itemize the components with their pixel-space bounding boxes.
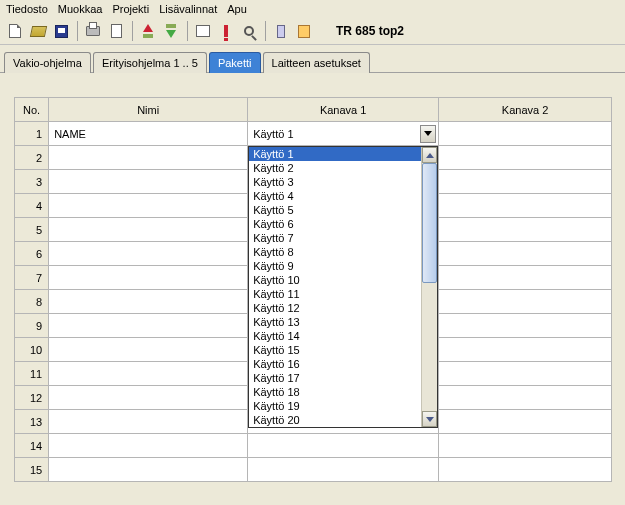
- cell-kanava2[interactable]: [439, 314, 612, 338]
- row-number[interactable]: 15: [15, 458, 49, 482]
- row-number[interactable]: 3: [15, 170, 49, 194]
- dropdown-option[interactable]: Käyttö 6: [249, 217, 421, 231]
- tab-laitteen[interactable]: Laitteen asetukset: [263, 52, 370, 73]
- cell-name[interactable]: [49, 146, 248, 170]
- dropdown-option[interactable]: Käyttö 14: [249, 329, 421, 343]
- dropdown-option[interactable]: Käyttö 4: [249, 189, 421, 203]
- row-number[interactable]: 11: [15, 362, 49, 386]
- dropdown-option[interactable]: Käyttö 18: [249, 385, 421, 399]
- tab-vakio[interactable]: Vakio-ohjelma: [4, 52, 91, 73]
- cell-name[interactable]: [49, 458, 248, 482]
- dropdown-option[interactable]: Käyttö 16: [249, 357, 421, 371]
- upload-button[interactable]: [137, 20, 159, 42]
- dropdown-option[interactable]: Käyttö 3: [249, 175, 421, 189]
- dropdown-option[interactable]: Käyttö 2: [249, 161, 421, 175]
- search-button[interactable]: [238, 20, 260, 42]
- cell-name[interactable]: [49, 290, 248, 314]
- save-button[interactable]: [50, 20, 72, 42]
- print-preview-button[interactable]: [105, 20, 127, 42]
- row-number[interactable]: 13: [15, 410, 49, 434]
- cell-kanava2[interactable]: [439, 458, 612, 482]
- tab-paketti[interactable]: Paketti: [209, 52, 261, 73]
- col-header-name[interactable]: Nimi: [49, 98, 248, 122]
- dropdown-option[interactable]: Käyttö 5: [249, 203, 421, 217]
- cell-kanava2[interactable]: [439, 242, 612, 266]
- cell-name[interactable]: NAME: [49, 122, 248, 146]
- cell-kanava2[interactable]: [439, 290, 612, 314]
- cell-kanava1[interactable]: [248, 434, 439, 458]
- row-number[interactable]: 2: [15, 146, 49, 170]
- cell-kanava2[interactable]: [439, 434, 612, 458]
- cell-kanava1[interactable]: Käyttö 1Käyttö 1Käyttö 2Käyttö 3Käyttö 4…: [248, 122, 439, 146]
- row-number[interactable]: 5: [15, 218, 49, 242]
- dropdown-option[interactable]: Käyttö 1: [249, 147, 421, 161]
- dropdown-option[interactable]: Käyttö 12: [249, 301, 421, 315]
- dropdown-option[interactable]: Käyttö 7: [249, 231, 421, 245]
- cell-kanava2[interactable]: [439, 170, 612, 194]
- cell-kanava2[interactable]: [439, 146, 612, 170]
- row-number[interactable]: 6: [15, 242, 49, 266]
- col-header-k2[interactable]: Kanava 2: [439, 98, 612, 122]
- cell-kanava2[interactable]: [439, 194, 612, 218]
- print-button[interactable]: [82, 20, 104, 42]
- menu-options[interactable]: Lisävalinnat: [159, 3, 217, 15]
- cell-kanava2[interactable]: [439, 386, 612, 410]
- menu-project[interactable]: Projekti: [112, 3, 149, 15]
- cell-name[interactable]: [49, 194, 248, 218]
- dropdown-option[interactable]: Käyttö 9: [249, 259, 421, 273]
- scroll-thumb[interactable]: [422, 163, 437, 283]
- scroll-track[interactable]: [422, 163, 437, 411]
- cell-kanava2[interactable]: [439, 266, 612, 290]
- cell-kanava2[interactable]: [439, 218, 612, 242]
- kanava1-dropdown[interactable]: Käyttö 1: [248, 122, 438, 145]
- cell-name[interactable]: [49, 386, 248, 410]
- menu-help[interactable]: Apu: [227, 3, 247, 15]
- dropdown-scrollbar[interactable]: [421, 147, 437, 427]
- cell-name[interactable]: [49, 266, 248, 290]
- row-number[interactable]: 1: [15, 122, 49, 146]
- new-button[interactable]: [4, 20, 26, 42]
- tool-b-button[interactable]: [293, 20, 315, 42]
- language-button[interactable]: [192, 20, 214, 42]
- open-button[interactable]: [27, 20, 49, 42]
- cell-name[interactable]: [49, 434, 248, 458]
- cell-name[interactable]: [49, 362, 248, 386]
- menu-file[interactable]: Tiedosto: [6, 3, 48, 15]
- dropdown-toggle-button[interactable]: [420, 125, 436, 143]
- col-header-no[interactable]: No.: [15, 98, 49, 122]
- row-number[interactable]: 10: [15, 338, 49, 362]
- dropdown-option[interactable]: Käyttö 15: [249, 343, 421, 357]
- cell-name[interactable]: [49, 338, 248, 362]
- dropdown-option[interactable]: Käyttö 10: [249, 273, 421, 287]
- cell-name[interactable]: [49, 242, 248, 266]
- row-number[interactable]: 14: [15, 434, 49, 458]
- dropdown-option[interactable]: Käyttö 13: [249, 315, 421, 329]
- tab-erityis[interactable]: Erityisohjelma 1 .. 5: [93, 52, 207, 73]
- dropdown-option[interactable]: Käyttö 17: [249, 371, 421, 385]
- row-number[interactable]: 12: [15, 386, 49, 410]
- dropdown-option[interactable]: Käyttö 8: [249, 245, 421, 259]
- scroll-up-button[interactable]: [422, 147, 437, 163]
- row-number[interactable]: 4: [15, 194, 49, 218]
- warning-button[interactable]: [215, 20, 237, 42]
- cell-name[interactable]: [49, 170, 248, 194]
- cell-name[interactable]: [49, 314, 248, 338]
- row-number[interactable]: 7: [15, 266, 49, 290]
- dropdown-option[interactable]: Käyttö 19: [249, 399, 421, 413]
- row-number[interactable]: 9: [15, 314, 49, 338]
- cell-kanava2[interactable]: [439, 362, 612, 386]
- dropdown-option[interactable]: Käyttö 20: [249, 413, 421, 427]
- tool-a-button[interactable]: [270, 20, 292, 42]
- cell-kanava1[interactable]: [248, 458, 439, 482]
- cell-kanava2[interactable]: [439, 410, 612, 434]
- cell-name[interactable]: [49, 218, 248, 242]
- cell-kanava2[interactable]: [439, 338, 612, 362]
- menu-edit[interactable]: Muokkaa: [58, 3, 103, 15]
- cell-kanava2[interactable]: [439, 122, 612, 146]
- scroll-down-button[interactable]: [422, 411, 437, 427]
- dropdown-option[interactable]: Käyttö 11: [249, 287, 421, 301]
- row-number[interactable]: 8: [15, 290, 49, 314]
- col-header-k1[interactable]: Kanava 1: [248, 98, 439, 122]
- download-button[interactable]: [160, 20, 182, 42]
- cell-name[interactable]: [49, 410, 248, 434]
